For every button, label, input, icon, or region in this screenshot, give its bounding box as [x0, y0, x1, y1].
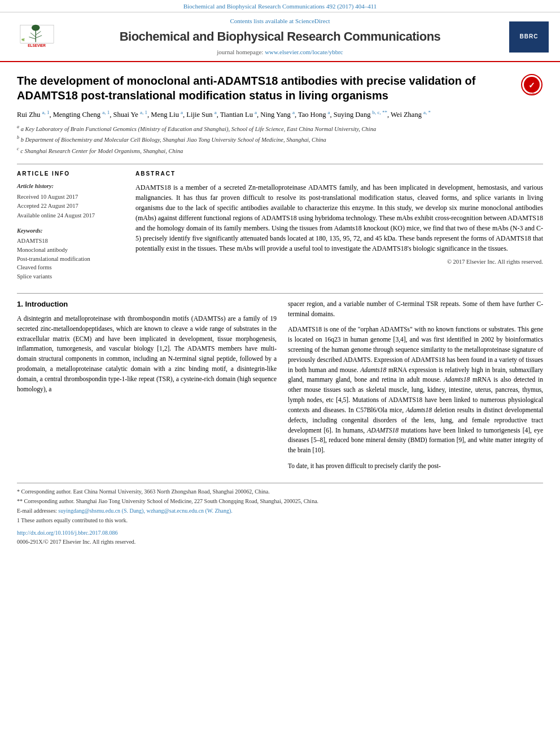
- article-info-abstract-section: ARTICLE INFO Article history: Received 1…: [17, 170, 543, 282]
- journal-citation-text: Biochemical and Biophysical Research Com…: [183, 3, 377, 10]
- journal-citation-bar: Biochemical and Biophysical Research Com…: [0, 0, 560, 12]
- bbrc-logo-icon: BBRC: [509, 21, 549, 53]
- svg-line-5: [36, 32, 41, 35]
- svg-text:✓: ✓: [528, 81, 535, 90]
- keyword-2: Monoclonal antibody: [17, 246, 124, 255]
- sciencedirect-text: Contents lists available at ScienceDirec…: [62, 17, 498, 25]
- crossmark-icon: ✓ CrossMark: [520, 73, 543, 96]
- svg-line-7: [36, 36, 42, 38]
- footnote-email: E-mail addresses: suyingdang@shsmu.edu.c…: [17, 507, 543, 515]
- footnote-corresponding1: * Corresponding author. East China Norma…: [17, 488, 543, 496]
- svg-line-6: [29, 37, 36, 40]
- received-date: Received 10 August 2017: [17, 193, 124, 202]
- available-date: Available online 24 August 2017: [17, 212, 124, 220]
- article-title-section: The development of monoclonal anti-ADAMT…: [17, 73, 543, 103]
- footnote-equal-contribution: 1 These authors equally contributed to t…: [17, 517, 543, 525]
- body-divider: [17, 293, 543, 294]
- accepted-date: Accepted 22 August 2017: [17, 202, 124, 211]
- svg-point-3: [31, 25, 40, 31]
- affiliation-c: c c Shanghai Research Center for Model O…: [17, 146, 543, 155]
- journal-header: 🌿 ELSEVIER Contents lists available at S…: [0, 12, 560, 62]
- keyword-3: Post-translational modification: [17, 255, 124, 264]
- svg-line-4: [30, 33, 36, 37]
- issn-text: 0006-291X/© 2017 Elsevier Inc. All right…: [17, 538, 543, 546]
- keywords-label: Keywords:: [17, 227, 124, 235]
- svg-text:🌿: 🌿: [21, 38, 24, 42]
- main-content: The development of monoclonal anti-ADAMT…: [0, 62, 560, 557]
- homepage-url[interactable]: www.elsevier.com/locate/ybbrc: [265, 49, 343, 55]
- introduction-section: 1. Introduction A disintegrin and metall…: [17, 299, 543, 471]
- article-title: The development of monoclonal anti-ADAMT…: [17, 73, 512, 103]
- article-info-heading: ARTICLE INFO: [17, 170, 124, 178]
- elsevier-logo-icon: 🌿 ELSEVIER: [16, 23, 58, 51]
- sciencedirect-link-text[interactable]: ScienceDirect: [295, 18, 330, 24]
- introduction-right-col: spacer region, and a variable number of …: [288, 299, 543, 471]
- doi-link[interactable]: http://dx.doi.org/10.1016/j.bbrc.2017.08…: [17, 529, 543, 537]
- elsevier-logo-area: 🌿 ELSEVIER: [11, 23, 62, 51]
- footnote-corresponding2: ** Corresponding author. Shanghai Jiao T…: [17, 497, 543, 505]
- affiliations: a a Key Laboratory of Brain Functional G…: [17, 124, 543, 155]
- abstract-text: ADAMTS18 is a member of a secreted Zn-me…: [135, 182, 543, 254]
- keyword-5: Splice variants: [17, 273, 124, 281]
- introduction-left-text: A disintegrin and metalloproteinase with…: [17, 314, 277, 395]
- svg-text:ELSEVIER: ELSEVIER: [28, 43, 46, 47]
- introduction-right-text-2: ADAMTS18 is one of the "orphan ADAMTSs" …: [288, 325, 543, 456]
- copyright-text: © 2017 Elsevier Inc. All rights reserved…: [135, 258, 543, 267]
- journal-header-center: Contents lists available at ScienceDirec…: [62, 17, 498, 56]
- keyword-1: ADAMTS18: [17, 237, 124, 246]
- journal-homepage: journal homepage: www.elsevier.com/locat…: [62, 48, 498, 56]
- bbrc-logo-area: BBRC: [498, 21, 549, 53]
- page-container: Biochemical and Biophysical Research Com…: [0, 0, 560, 557]
- svg-text:CrossMark: CrossMark: [526, 92, 537, 95]
- introduction-right-text-1: spacer region, and a variable number of …: [288, 299, 543, 320]
- introduction-left-col: 1. Introduction A disintegrin and metall…: [17, 299, 277, 471]
- keyword-4: Cleaved forms: [17, 264, 124, 272]
- footer-bottom: http://dx.doi.org/10.1016/j.bbrc.2017.08…: [17, 529, 543, 546]
- affiliation-b: b b Department of Biochemistry and Molec…: [17, 134, 543, 144]
- keywords-section: Keywords: ADAMTS18 Monoclonal antibody P…: [17, 227, 124, 281]
- article-history-label: Article history:: [17, 182, 124, 191]
- abstract-heading: ABSTRACT: [135, 170, 543, 178]
- section-divider: [17, 164, 543, 164]
- affiliation-a: a a Key Laboratory of Brain Functional G…: [17, 124, 543, 133]
- abstract-column: ABSTRACT ADAMTS18 is a member of a secre…: [135, 170, 543, 282]
- introduction-heading: 1. Introduction: [17, 299, 277, 309]
- introduction-right-text-3: To date, it has proven difficult to prec…: [288, 461, 543, 471]
- footnotes-section: * Corresponding author. East China Norma…: [17, 483, 543, 525]
- article-info-column: ARTICLE INFO Article history: Received 1…: [17, 170, 124, 282]
- authors: Rui Zhu a, 1, Mengting Cheng a, 1, Shuai…: [17, 108, 543, 120]
- journal-title: Biochemical and Biophysical Research Com…: [62, 28, 498, 46]
